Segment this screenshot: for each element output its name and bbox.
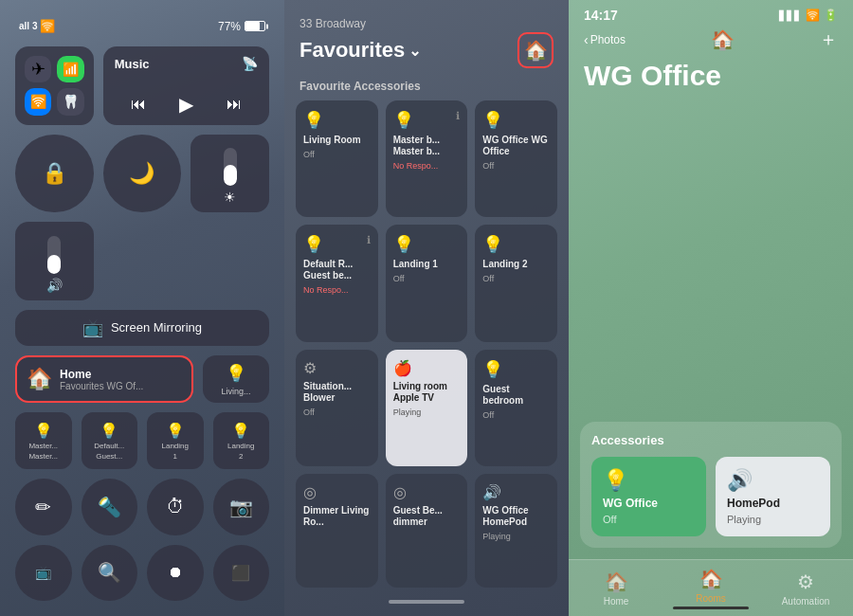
wg-signal-icon: ▋▋▋ [779,10,802,21]
wg-tab-bar: 🏠 Home 🏠 Rooms ⚙ Automation [569,559,853,616]
wg-accessories-section: Accessories 💡 WG Office Off 🔊 HomePod Pl… [580,422,842,548]
homepod-icon: 🔊 [482,483,550,501]
fav-tile-guest-bedroom[interactable]: 💡 Guest bedroom Off [475,350,557,466]
wg-office-acc-icon: 💡 [603,468,695,493]
tab-rooms-icon: 🏠 [699,568,723,590]
fav-tile-living-room[interactable]: 💡 Living Room Off [296,100,378,217]
wg-homepod-tile[interactable]: 🔊 HomePod Playing [716,457,830,536]
fav-dimmer-name: Dimmer Living Ro... [303,505,371,528]
wg-status-bar: 14:17 ▋▋▋ 🛜 🔋 [569,0,853,23]
fav-tile-dimmer[interactable]: ◎ Dimmer Living Ro... [296,474,378,588]
timer-button[interactable]: ⏱ [147,479,204,535]
wg-back-button[interactable]: ‹ Photos [584,32,626,47]
tab-home[interactable]: 🏠 Home [569,560,663,616]
screen-mirroring-label: Screen Mirroring [111,320,202,335]
prev-button[interactable]: ⏮ [131,96,146,113]
living-room-tile[interactable]: 💡 Living... [203,355,269,403]
wg-acc-grid: 💡 WG Office Off 🔊 HomePod Playing [591,457,830,536]
fav-tile-landing2[interactable]: 💡 Landing 2 Off [475,225,557,341]
note-button[interactable]: ✏ [15,479,72,535]
fav-tile-wg-office[interactable]: 💡 WG Office WG Office Off [475,100,557,217]
rotation-lock-button[interactable]: 🔒 [15,135,94,213]
do-not-disturb-button[interactable]: 🌙 [103,135,182,213]
fav-landing1-name: Landing 1 [393,259,461,270]
home-button[interactable]: 🏠 Home Favourites WG Of... [15,355,193,403]
invert-button[interactable]: ⏺ [147,545,204,602]
wg-acc-title: Accessories [591,433,830,447]
fav-appletv-name: Living room Apple TV [393,381,461,404]
cc-top-grid: ✈ 📶 🛜 🦷 Music 📡 ⏮ ▶ ⏭ [15,46,269,125]
fav-master-status: No Respo... [393,161,461,171]
fav-tile-blower[interactable]: ⚙ Situation... Blower Off [296,350,378,466]
info-icon[interactable]: ℹ [456,110,460,131]
torch-button[interactable]: 🔦 [82,479,138,535]
landing2-tile[interactable]: 💡 Landing 2 [213,412,270,469]
wg-office-light-icon: 💡 [482,110,550,131]
fav-tile-landing1[interactable]: 💡 Landing 1 Off [386,225,468,341]
wg-status-icons: ▋▋▋ 🛜 🔋 [779,9,838,22]
living-room-icon: 💡 [226,363,246,384]
master-tile[interactable]: 💡 Master... Master... [15,412,72,469]
blower-icon: ⚙ [303,359,371,377]
info-icon2[interactable]: ℹ [367,234,371,255]
home-top-icon-button[interactable]: 🏠 [517,32,554,68]
volume-slider[interactable]: 🔊 [15,222,94,300]
landing2-num: 2 [239,452,243,461]
tab-home-icon: 🏠 [605,571,628,593]
guest-dimmer-icon: ◎ [393,483,461,501]
music-tile[interactable]: Music 📡 ⏮ ▶ ⏭ [103,46,269,125]
landing1-tile[interactable]: 💡 Landing 1 [147,412,204,469]
fav-tile-default[interactable]: 💡 ℹ Default R... Guest be... No Respo... [296,225,378,341]
bluetooth-button[interactable]: 🦷 [57,88,83,115]
home-house-icon: 🏠 [27,367,52,391]
wg-add-button[interactable]: ＋ [819,27,838,52]
magnify-button[interactable]: 🔍 [82,545,138,602]
airplane-mode-button[interactable]: ✈ [25,56,51,82]
wg-office-light-tile[interactable]: 💡 WG Office Off [591,457,706,536]
fav-wg-status: Off [482,161,550,171]
camera-button[interactable]: 📷 [213,479,270,535]
wg-office-acc-name: WG Office [603,497,695,510]
wg-homepod-acc-icon: 🔊 [727,468,819,493]
brightness-slider[interactable]: ☀ [191,135,269,213]
fav-living-room-name: Living Room [303,135,371,146]
fav-tile-homepod[interactable]: 🔊 WG Office HomePod Playing [475,474,557,588]
fav-tile-guest-dimmer[interactable]: ◎ Guest Be... dimmer [386,474,468,588]
remote-button[interactable]: 📺 [15,545,72,602]
airplay-icon[interactable]: 📡 [242,56,258,71]
fav-landing2-status: Off [482,274,550,283]
fav-tile-appletv[interactable]: 🍎 Living room Apple TV Playing [386,350,468,466]
cellular-button[interactable]: 📶 [57,56,83,82]
wg-time: 14:17 [584,8,618,23]
wg-home-center-icon[interactable]: 🏠 [711,28,735,51]
dimmer-icon: ◎ [303,483,371,501]
network-tile[interactable]: ✈ 📶 🛜 🦷 [15,46,94,125]
home-location: 33 Broadway [299,17,554,30]
tab-automation[interactable]: ⚙ Automation [758,560,853,616]
fav-tile-master[interactable]: 💡 ℹ Master b... Master b... No Respo... [386,100,468,217]
battery-percent: 77% [218,20,241,33]
guest-bedroom-icon: 💡 [482,359,550,380]
fav-section-title: Favourite Accessories [284,76,569,100]
home-tile-title: Home [60,368,143,381]
fav-guest-dimmer-name: Guest Be... dimmer [393,505,461,528]
music-title: Music [115,57,150,71]
favourites-dropdown-button[interactable]: Favourites ⌄ [299,38,421,63]
cc-row2: 🔒 🌙 ☀ 🔊 [15,135,269,300]
tab-rooms[interactable]: 🏠 Rooms [663,560,758,616]
fav-grid: 💡 Living Room Off 💡 ℹ Master b... Master… [284,100,569,588]
play-button[interactable]: ▶ [179,93,193,116]
tab-home-label: Home [604,596,629,607]
default-tile[interactable]: 💡 Default... Guest... [82,412,138,469]
fav-guest-name: Guest bedroom [482,384,550,407]
screen-mirroring-button[interactable]: 📺 Screen Mirroring [15,310,269,346]
home-header: 33 Broadway Favourites ⌄ 🏠 [284,0,569,76]
master-light-icon: 💡 [393,110,414,131]
status-right: 77% [218,20,265,33]
qr-button[interactable]: ⬛ [213,545,270,602]
wifi-button[interactable]: 🛜 [25,88,51,115]
fav-landing1-status: Off [393,274,461,283]
volume-icon: 🔊 [46,278,63,293]
next-button[interactable]: ⏭ [227,96,242,113]
home-title-row: Favourites ⌄ 🏠 [299,32,554,68]
